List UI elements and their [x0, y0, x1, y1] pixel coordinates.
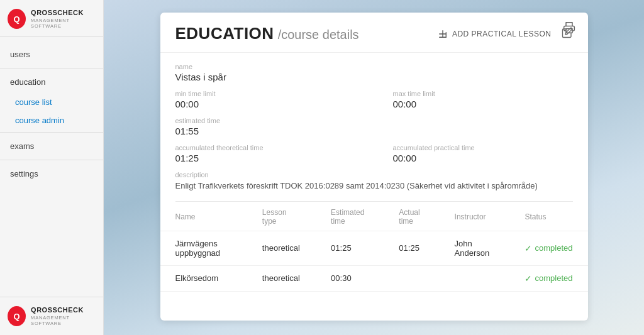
nav-divider-3 — [0, 160, 103, 160]
status-cell: ✓ completed — [509, 231, 587, 265]
max-time-label: max time limit — [393, 90, 573, 97]
add-lesson-label: ADD PRACTICAL LESSON — [452, 30, 552, 38]
max-time-value: 00:00 — [393, 99, 573, 109]
col-instructor: Instructor — [440, 202, 510, 231]
sidebar-logo: Q QrossCheck Management Software — [0, 0, 103, 37]
col-name: Name — [160, 202, 247, 231]
name-value: Vistas i spår — [175, 72, 573, 82]
sidebar-navigation: users education course list course admin… — [0, 37, 103, 297]
sidebar-item-users[interactable]: users — [0, 43, 103, 65]
fields-section: name Vistas i spår min time limit 00:00 … — [160, 53, 588, 192]
sidebar-bottom-logo: Q QrossCheck Management Software — [0, 297, 103, 335]
table-header: Name Lesson type Estimated time Actual t… — [160, 202, 588, 231]
accumulated-theoretical-col: accumulated theoretical time 01:25 — [175, 144, 355, 171]
status-badge: ✓ completed — [525, 243, 572, 253]
estimated-time-value: 01:55 — [175, 126, 573, 136]
logo-sub: Management Software — [31, 18, 96, 29]
nav-divider-1 — [0, 68, 103, 69]
lesson-instructor — [440, 265, 510, 291]
col-estimated-time: Estimated time — [316, 202, 384, 231]
card-header: EDUCATION /course details ADD PRACTICAL … — [160, 13, 588, 53]
lesson-name: Järnvägens uppbyggnad — [160, 231, 247, 265]
sidebar-item-exams[interactable]: exams — [0, 135, 103, 157]
description-value: Enligt Trafikverkets föreskrift TDOK 201… — [175, 180, 573, 192]
lesson-name: Elkörsedom — [160, 265, 247, 291]
accumulated-practical-value: 00:00 — [393, 153, 573, 163]
accumulated-row: accumulated theoretical time 01:25 accum… — [175, 144, 573, 171]
check-icon: ✓ — [525, 243, 532, 253]
name-label: name — [175, 63, 573, 70]
lesson-instructor: John Anderson — [440, 231, 510, 265]
sidebar-item-course-admin[interactable]: course admin — [0, 111, 103, 129]
sidebar: Q QrossCheck Management Software users e… — [0, 0, 104, 335]
lesson-actual-time — [384, 265, 439, 291]
min-time-col: min time limit 00:00 — [175, 90, 355, 117]
print-icon — [563, 21, 575, 34]
content-card: EDUCATION /course details ADD PRACTICAL … — [160, 13, 588, 321]
logo-brand: QrossCheck — [31, 9, 96, 17]
table-row: Järnvägens uppbyggnad theoretical 01:25 … — [160, 231, 588, 265]
sidebar-item-course-list[interactable]: course list — [0, 93, 103, 111]
table-row: Elkörsedom theoretical 00:30 ✓ completed — [160, 265, 588, 291]
min-time-value: 00:00 — [175, 99, 355, 109]
nav-divider-2 — [0, 132, 103, 133]
accumulated-practical-col: accumulated practical time 00:00 — [393, 144, 573, 171]
estimated-time-label: estimated time — [175, 117, 573, 124]
time-limits-row: min time limit 00:00 max time limit 00:0… — [175, 90, 573, 117]
lesson-type: theoretical — [247, 265, 316, 291]
col-lesson-type: Lesson type — [247, 202, 316, 231]
accumulated-theoretical-value: 01:25 — [175, 153, 355, 163]
bottom-logo-icon: Q — [8, 306, 26, 326]
max-time-col: max time limit 00:00 — [393, 90, 573, 117]
accumulated-theoretical-label: accumulated theoretical time — [175, 144, 355, 151]
check-icon: ✓ — [525, 273, 532, 283]
lessons-table: Name Lesson type Estimated time Actual t… — [160, 202, 588, 292]
lesson-actual-time: 01:25 — [384, 231, 439, 265]
logo-icon: Q — [8, 9, 26, 29]
page-title-sub: /course details — [278, 28, 359, 42]
sidebar-item-education[interactable]: education — [0, 71, 103, 93]
lesson-type: theoretical — [247, 231, 316, 265]
svg-rect-0 — [566, 29, 572, 33]
card-title-group: EDUCATION /course details — [175, 24, 359, 43]
sidebar-item-settings[interactable]: settings — [0, 163, 103, 185]
min-time-label: min time limit — [175, 90, 355, 97]
lesson-estimated-time: 01:25 — [316, 231, 384, 265]
add-lesson-icon — [437, 28, 448, 40]
status-badge: ✓ completed — [525, 273, 572, 283]
add-practical-lesson-button[interactable]: ADD PRACTICAL LESSON — [437, 28, 552, 40]
header-actions: ADD PRACTICAL LESSON — [437, 27, 573, 40]
main-background: EDUCATION /course details ADD PRACTICAL … — [104, 0, 644, 335]
status-cell: ✓ completed — [509, 265, 587, 291]
col-actual-time: Actual time — [384, 202, 439, 231]
bottom-logo-sub: Management Software — [31, 315, 96, 326]
page-title-main: EDUCATION — [175, 24, 274, 43]
accumulated-practical-label: accumulated practical time — [393, 144, 573, 151]
description-label: description — [175, 171, 573, 178]
lesson-estimated-time: 00:30 — [316, 265, 384, 291]
col-status: Status — [509, 202, 587, 231]
print-button[interactable] — [563, 21, 575, 37]
bottom-logo-brand: QrossCheck — [31, 306, 96, 314]
